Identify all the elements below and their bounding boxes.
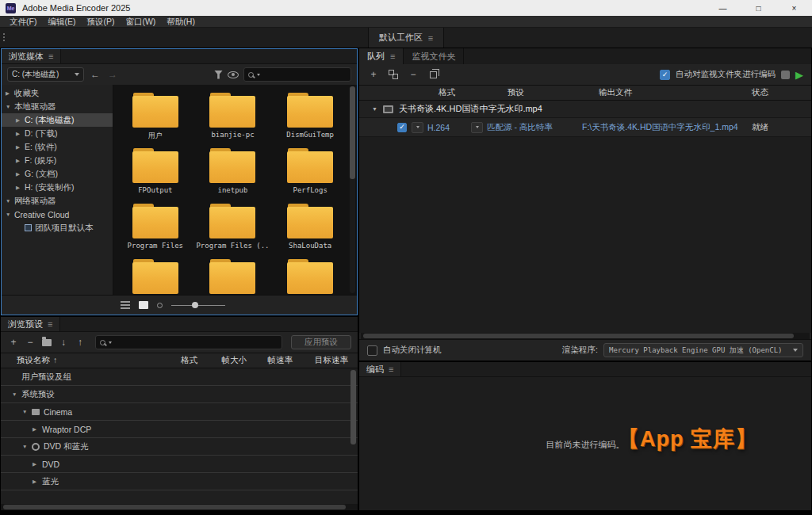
expander-icon[interactable] [22,409,32,414]
expander-icon[interactable] [6,104,14,109]
back-button[interactable]: ← [89,69,102,80]
preset-row[interactable]: Wraptor DCP [1,421,358,438]
vertical-scrollbar[interactable] [350,86,355,293]
expander-icon[interactable] [16,158,25,164]
menu-item[interactable]: 帮助(H) [161,16,201,28]
expander-icon[interactable] [16,185,25,191]
tree-item[interactable]: 团队项目默认本 [2,221,113,235]
new-preset-group-button[interactable] [40,336,53,349]
location-dropdown[interactable]: C: (本地磁盘) [7,67,84,82]
preset-row[interactable]: DVD [1,456,358,473]
column-format[interactable]: 格式 [148,355,197,366]
queue-output-row[interactable]: ✓ H.264 匹配源 - 高比特率 F:\天书奇谈.4K.HD国语中字无水印_… [359,118,811,137]
expander-icon[interactable] [6,198,14,204]
menu-item[interactable]: 编辑(E) [42,16,81,28]
folder-item[interactable]: DismGuiTemp [273,86,347,142]
expander-icon[interactable] [16,131,25,137]
add-source-button[interactable]: + [367,68,380,81]
folder-item[interactable]: Program Files [118,197,193,253]
tree-item[interactable]: H: (安装制作) [2,181,113,194]
auto-encode-checkbox[interactable]: ✓ [660,70,670,80]
maximize-button[interactable]: □ [741,0,776,16]
add-output-button[interactable] [387,68,400,81]
export-preset-button[interactable]: ↑ [74,336,86,349]
output-file-link[interactable]: F:\天书奇谈.4K.HD国语中字无水印_1.mp4 [582,122,752,133]
collapse-icon[interactable]: ▼ [372,106,377,112]
thumbnail-size-slider[interactable] [171,301,225,309]
media-browser-tab[interactable]: 浏览媒体 ≡ [2,49,61,63]
horizontal-scrollbar[interactable] [1,504,358,510]
folder-item[interactable] [273,253,347,295]
apply-preset-button[interactable]: 应用预设 [291,335,351,349]
scrollbar-thumb[interactable] [350,370,356,444]
folder-item[interactable]: FPOutput [118,142,193,197]
tree-item[interactable]: C: (本地磁盘) [2,113,113,127]
folder-item[interactable]: 用户 [118,86,193,142]
folder-item[interactable]: inetpub [196,142,270,197]
horizontal-scrollbar[interactable] [361,333,810,339]
folder-item[interactable] [118,253,193,295]
tree-item[interactable]: E: (软件) [2,140,113,154]
expander-icon[interactable] [12,391,21,397]
preset-row[interactable]: 蓝光 [1,473,358,490]
panel-menu-icon[interactable]: ≡ [48,52,53,61]
output-enabled-checkbox[interactable]: ✓ [397,123,407,132]
folder-item[interactable]: PerfLogs [273,142,347,197]
format-link[interactable]: H.264 [427,123,471,132]
tree-item[interactable]: 本地驱动器 [2,100,113,113]
menu-item[interactable]: 预设(P) [81,16,120,28]
filter-icon[interactable] [214,71,223,79]
expander-icon[interactable] [16,117,25,124]
panel-menu-icon[interactable]: ≡ [390,52,395,61]
media-search-box[interactable] [243,67,351,82]
tree-item[interactable]: Creative Cloud [2,208,113,221]
duplicate-button[interactable] [427,68,439,81]
panel-menu-icon[interactable]: ≡ [428,33,433,43]
preset-link[interactable]: 匹配源 - 高比特率 [487,122,582,133]
folder-item[interactable] [196,253,270,295]
new-preset-button[interactable]: + [7,336,20,349]
slider-track[interactable] [171,305,225,306]
tab-watch-folders[interactable]: 监视文件夹 [404,48,464,64]
visibility-icon[interactable] [228,71,239,78]
preset-row[interactable]: Cinema [1,403,358,421]
expander-icon[interactable] [33,426,42,433]
forward-button[interactable]: → [106,69,119,80]
expander-icon[interactable] [33,461,42,467]
delete-preset-button[interactable]: − [24,336,36,349]
format-dropdown-button[interactable] [412,122,423,133]
tree-item[interactable]: 收藏夹 [2,86,113,100]
expander-icon[interactable] [16,171,25,177]
minimize-button[interactable]: — [705,0,741,16]
start-queue-button[interactable]: ▶ [795,70,803,80]
preset-dropdown-button[interactable] [471,122,483,133]
tree-item[interactable]: D: (下载) [2,127,113,140]
folder-item[interactable]: bianjie-pc [196,86,270,142]
vertical-scrollbar[interactable] [350,370,356,444]
expander-icon[interactable] [22,444,32,449]
preset-row[interactable]: DVD 和蓝光 [1,438,358,456]
workspace-tab[interactable]: 默认工作区 ≡ [368,28,444,48]
preset-row[interactable]: 用户预设及组 [1,368,358,386]
scrollbar-thumb[interactable] [3,505,346,509]
remove-button[interactable]: − [407,68,419,81]
folder-item[interactable]: ShaLouData [273,197,347,253]
auto-shutdown-checkbox[interactable] [367,345,377,356]
tab-queue[interactable]: 队列 ≡ [359,48,404,64]
panel-menu-icon[interactable]: ≡ [48,319,52,329]
expander-icon[interactable] [33,479,42,485]
zoom-out-icon[interactable] [157,303,163,308]
column-preset-name[interactable]: 预设名称 ↑ [17,355,148,366]
expander-icon[interactable] [6,90,14,97]
expander-icon[interactable] [6,212,14,217]
queue-source-row[interactable]: ▼ 天书奇谈.4K.HD国语中字无水印.mp4 [359,101,811,118]
list-view-button[interactable] [121,301,130,309]
preset-search-input[interactable] [115,338,278,347]
close-button[interactable]: × [776,0,812,16]
tree-item[interactable]: F: (娱乐) [2,154,113,167]
slider-handle[interactable] [192,302,198,308]
scrollbar-thumb[interactable] [350,86,355,179]
import-preset-button[interactable]: ↓ [57,336,70,349]
panel-menu-icon[interactable]: ≡ [389,364,393,374]
tree-item[interactable]: 网络驱动器 [2,194,113,208]
